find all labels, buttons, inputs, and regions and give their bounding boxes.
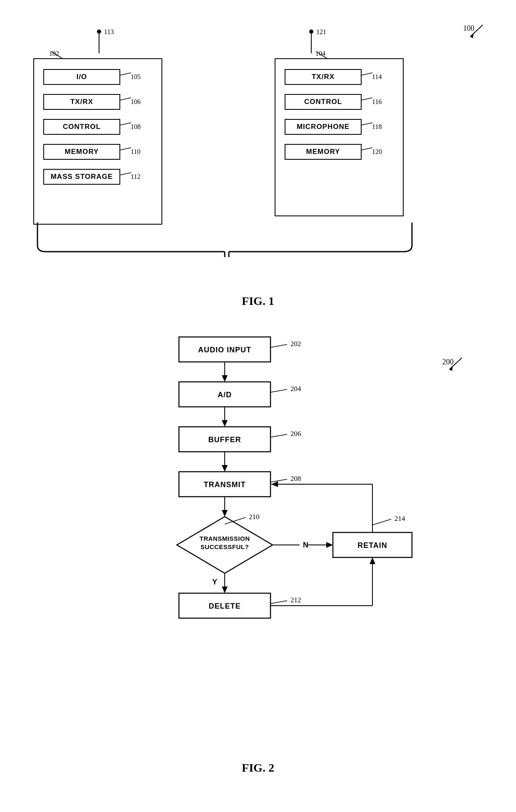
svg-text:202: 202 [290, 340, 301, 348]
fig1-diagram: 100 113 102 I/O [17, 17, 499, 308]
svg-marker-48 [222, 510, 228, 517]
ref-line-118 [361, 121, 375, 130]
svg-line-33 [270, 389, 287, 392]
svg-line-13 [361, 73, 372, 75]
component-control-left-row: CONTROL 108 [43, 119, 152, 135]
component-memory-left-row: MEMORY 110 [43, 144, 152, 160]
svg-marker-72 [271, 481, 278, 487]
svg-text:A/D: A/D [218, 391, 232, 399]
svg-line-16 [361, 148, 372, 150]
ref-line-110 [119, 146, 134, 155]
fig1-label: FIG. 1 [17, 295, 499, 308]
svg-text:212: 212 [290, 596, 301, 604]
svg-marker-75 [370, 557, 375, 564]
ref-line-114 [361, 71, 375, 80]
svg-text:RETAIN: RETAIN [357, 541, 387, 550]
component-massstorage: MASS STORAGE [43, 169, 120, 185]
svg-point-2 [97, 30, 101, 34]
ref-113: 113 [104, 28, 114, 36]
svg-text:204: 204 [290, 385, 301, 393]
svg-line-15 [361, 123, 372, 125]
svg-marker-36 [222, 420, 228, 427]
svg-text:SUCCESSFUL?: SUCCESSFUL? [201, 543, 249, 550]
ref-line-105 [119, 71, 134, 80]
svg-text:AUDIO INPUT: AUDIO INPUT [198, 346, 251, 354]
svg-line-45 [270, 479, 287, 482]
arrow-200-icon [441, 354, 466, 374]
svg-text:Y: Y [212, 578, 217, 586]
component-massstorage-row: MASS STORAGE 112 [43, 169, 152, 185]
svg-line-5 [119, 73, 131, 75]
fig2-label: FIG. 2 [17, 761, 499, 787]
svg-marker-30 [222, 375, 228, 382]
component-microphone-row: MICROPHONE 118 [285, 119, 394, 135]
svg-text:TRANSMIT: TRANSMIT [204, 480, 246, 489]
svg-line-7 [119, 123, 131, 125]
svg-text:208: 208 [290, 475, 301, 483]
ref-line-106 [119, 96, 134, 105]
device-right-box: TX/RX 114 CONTROL 116 [275, 58, 404, 216]
component-io-row: I/O 105 [43, 69, 152, 85]
component-txrx-right-row: TX/RX 114 [285, 69, 394, 85]
component-control-left: CONTROL [43, 119, 120, 135]
component-control-right-row: CONTROL 116 [285, 94, 394, 110]
svg-line-0 [470, 25, 483, 37]
ref-line-112 [119, 171, 134, 180]
fig2-diagram: 200 AUDIO INPUT 202 A/D 204 [17, 324, 499, 787]
device-left-box: I/O 105 TX/RX 106 [33, 58, 162, 225]
svg-line-39 [270, 434, 287, 437]
ref-line-108 [119, 121, 134, 130]
svg-text:206: 206 [290, 430, 301, 438]
svg-text:BUFFER: BUFFER [208, 436, 241, 444]
component-control-right: CONTROL [285, 94, 362, 110]
component-io: I/O [43, 69, 120, 85]
component-txrx-left-row: TX/RX 106 [43, 94, 152, 110]
component-memory-left: MEMORY [43, 144, 120, 160]
svg-line-27 [270, 344, 287, 347]
component-memory-right: MEMORY [285, 144, 362, 160]
ref-line-116 [361, 96, 375, 105]
svg-text:TRANSMISSION: TRANSMISSION [199, 535, 250, 542]
svg-marker-64 [326, 542, 333, 548]
svg-text:214: 214 [394, 515, 405, 522]
fig2-svg: AUDIO INPUT 202 A/D 204 BUFFER 206 [17, 324, 516, 782]
svg-line-14 [361, 98, 372, 100]
component-microphone: MICROPHONE [285, 119, 362, 135]
svg-text:DELETE: DELETE [208, 602, 241, 610]
arrow-100-icon [462, 21, 487, 42]
svg-line-9 [119, 173, 131, 175]
svg-point-10 [309, 30, 313, 34]
svg-text:N: N [303, 541, 308, 549]
svg-line-23 [449, 358, 462, 369]
svg-line-59 [270, 601, 287, 604]
component-memory-right-row: MEMORY 120 [285, 144, 394, 160]
antenna-left [95, 28, 103, 55]
svg-marker-56 [222, 587, 228, 593]
bracket-svg [25, 220, 424, 258]
svg-text:210: 210 [249, 513, 260, 521]
component-txrx-left: TX/RX [43, 94, 120, 110]
svg-line-6 [119, 98, 131, 100]
page: 100 113 102 I/O [0, 0, 516, 812]
ref-line-120 [361, 146, 375, 155]
svg-marker-42 [222, 465, 228, 472]
svg-line-68 [372, 519, 391, 525]
component-txrx-right: TX/RX [285, 69, 362, 85]
ref-121: 121 [316, 28, 326, 36]
svg-line-8 [119, 148, 131, 150]
